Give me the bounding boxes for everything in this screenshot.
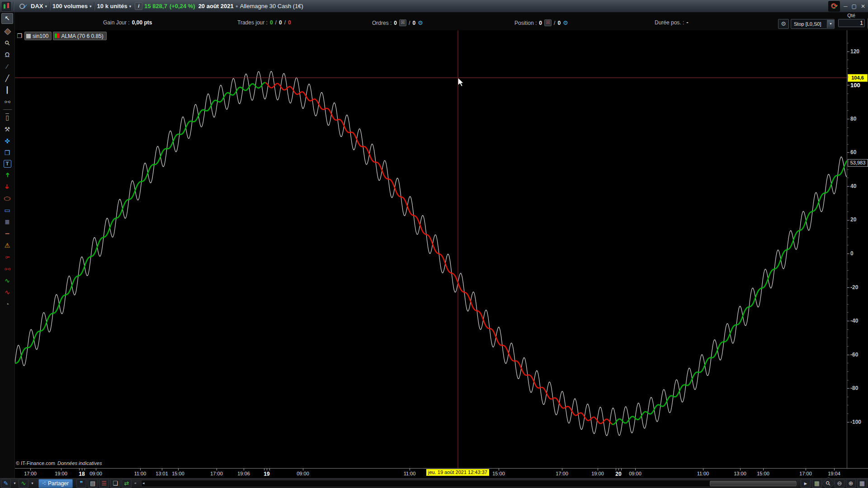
y-axis-tick	[847, 296, 849, 296]
alert-bell-tool[interactable]: Ω	[2, 50, 12, 59]
zoom-out-button[interactable]: ⊖	[835, 479, 844, 488]
workspace-sync-icon[interactable]: ✓	[19, 2, 28, 10]
units-selector[interactable]: 10 k unités ▾	[97, 3, 132, 9]
ellipse-tool[interactable]: ◯	[2, 196, 12, 201]
x-axis-tick	[244, 469, 244, 470]
panel-icon[interactable]: ❐	[16, 33, 23, 39]
quantity-input[interactable]: 1	[838, 19, 865, 27]
orders-status: Ordres : 0 ☒ / 0 ⚙	[372, 19, 423, 26]
text-tool[interactable]: T	[4, 160, 11, 168]
zigzag-indicator-tool[interactable]: ∿	[2, 276, 12, 285]
vertical-line-tool[interactable]: ┃	[2, 85, 12, 94]
y-axis-tick	[847, 228, 849, 229]
timeframe-selector[interactable]: 100 volumes ▾	[52, 3, 92, 9]
crosshair-price-badge: 104,6	[848, 74, 868, 82]
segment-tool[interactable]: o–o	[2, 97, 12, 106]
buy-arrow-tool[interactable]: ➜	[3, 170, 12, 180]
rectangle-tool[interactable]: ▭	[2, 206, 12, 215]
y-axis-tick	[847, 413, 849, 414]
y-axis-tick	[847, 312, 849, 313]
scroll-left-icon[interactable]: ◂	[142, 480, 145, 486]
last-value-badge: 53,983	[848, 159, 868, 167]
zoom-fit-button[interactable]: ⚲	[821, 477, 835, 488]
draw-mode-button[interactable]: ✎	[1, 479, 11, 488]
share-icon: ∴	[41, 482, 47, 485]
share-button[interactable]: ∴ Partager	[38, 479, 73, 488]
chat-button[interactable]: ❞	[76, 479, 86, 488]
scroll-right-button[interactable]: ▸	[801, 479, 811, 488]
delete-tool[interactable]: ▯	[2, 113, 12, 122]
x-axis-label: 15:00	[168, 471, 188, 476]
y-axis-label: 40	[850, 183, 856, 189]
close-button[interactable]: ✕	[861, 3, 865, 9]
legend-sin100[interactable]: sin100	[24, 32, 52, 40]
scrollbar-thumb[interactable]	[710, 481, 797, 486]
session-date: 20 août 2021	[198, 3, 234, 9]
maximize-button[interactable]: ▢	[852, 3, 857, 9]
position-status: Position : 0 ☒ / 0 ⚙	[514, 19, 568, 26]
x-axis-tick	[162, 469, 162, 470]
chart-style-button[interactable]: ∿	[19, 479, 28, 488]
x-axis-tick	[499, 469, 499, 470]
report-button[interactable]: ▤	[88, 479, 98, 488]
symbol-selector[interactable]: DAX ▾	[31, 3, 47, 9]
legend-alma[interactable]: ALMA (70 6 0.85)	[53, 32, 106, 40]
collapse-button[interactable]: «	[133, 479, 138, 488]
y-axis-tick	[847, 169, 849, 170]
candlestick-icon[interactable]	[2, 2, 11, 11]
price-axis[interactable]: 104,6 53,983 120100806040200-20-40-60-80…	[847, 30, 868, 468]
sin100-curve	[15, 71, 847, 436]
horizontal-line-tool[interactable]: ━	[2, 229, 12, 238]
y-axis-label: -40	[850, 318, 858, 324]
chart-style-caret[interactable]: ▾	[30, 479, 35, 488]
y-axis-tick	[847, 119, 849, 119]
gauge-disabled-tool[interactable]: ◔	[2, 300, 12, 309]
zoom-in-button[interactable]: ⊕	[846, 479, 856, 488]
y-axis-tick	[847, 245, 849, 245]
transfer-button[interactable]: ⇄	[122, 479, 132, 488]
minimize-button[interactable]: ─	[844, 3, 848, 9]
mouse-cursor	[458, 78, 463, 86]
tools-settings[interactable]: ⚒	[2, 125, 12, 134]
goto-date-button[interactable]: ▦	[812, 479, 822, 488]
duplicate-tool[interactable]: ❐	[2, 148, 12, 157]
info-icon[interactable]: i	[135, 2, 142, 10]
alert-line-tool[interactable]: o━	[2, 253, 12, 262]
sell-arrow-tool[interactable]: ➜	[3, 182, 12, 192]
y-axis-tick	[847, 186, 849, 187]
zoom-tool[interactable]: ⚲	[0, 36, 14, 50]
order-settings-button[interactable]: ⚙	[778, 19, 789, 29]
time-axis[interactable]: jeu. 19 août 2021 12:43:37 17:0019:00180…	[15, 468, 868, 479]
trendline-tool[interactable]: ╱	[2, 74, 12, 83]
copyright-text: © IT-Finance.com	[16, 460, 55, 466]
pointer-tool[interactable]: ↖	[1, 13, 13, 24]
alert-warning-tool[interactable]: ⚠	[2, 241, 12, 250]
cancel-orders-icon[interactable]: ☒	[399, 19, 406, 26]
y-axis-tick	[847, 363, 849, 363]
y-axis-tick	[847, 68, 849, 69]
orders-settings-icon[interactable]: ⚙	[418, 19, 423, 26]
stop-strategy-select[interactable]: Stop [L0,S0] ▾	[791, 19, 835, 29]
x-axis-label: 09:00	[293, 471, 313, 476]
move-tool[interactable]: ✜	[2, 136, 12, 145]
units-label: 10 k unités	[97, 3, 127, 9]
close-position-icon[interactable]: ☒	[544, 19, 552, 26]
refresh-icon[interactable]: ⟳	[828, 1, 840, 12]
measure-tool[interactable]: ∕	[2, 62, 12, 71]
y-axis-tick	[847, 102, 849, 103]
fibonacci-tool[interactable]: ≣	[2, 217, 12, 226]
zigzag-channel-tool[interactable]: ∿	[2, 288, 12, 297]
y-axis-label: -20	[850, 284, 858, 291]
x-axis-tick	[79, 469, 80, 470]
y-axis-tick	[847, 279, 849, 279]
volume-profile-button[interactable]: ☰	[99, 479, 109, 488]
chart-area[interactable]: ❐ sin100 ALMA (70 6 0.85) © IT-Finance.c…	[15, 30, 847, 468]
position-settings-icon[interactable]: ⚙	[563, 19, 568, 26]
horizontal-scrollbar[interactable]: ◂	[141, 480, 797, 487]
y-axis-label: 60	[850, 149, 856, 155]
alma-label: ALMA (70 6 0.85)	[61, 33, 103, 39]
draw-mode-caret[interactable]: ▾	[12, 479, 17, 488]
layout-button[interactable]: ▦	[857, 479, 867, 488]
alert-segment-tool[interactable]: o–o	[2, 264, 12, 273]
detach-window-button[interactable]: ❏	[110, 479, 120, 488]
